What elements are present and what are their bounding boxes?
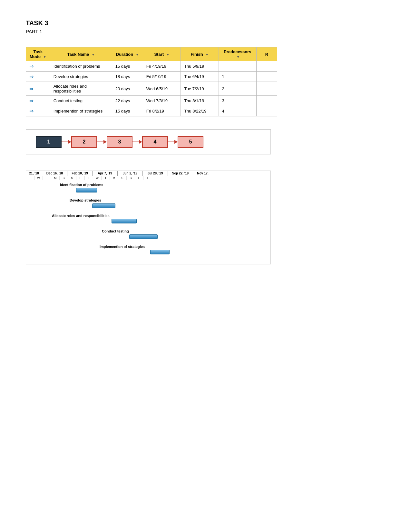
th-duration: Duration ▼: [112, 47, 143, 61]
gantt-day-T2: T: [43, 176, 51, 180]
cell-mode-2: ⇒: [26, 82, 50, 96]
task-mode-icon-3: ⇒: [29, 98, 34, 104]
gantt-day-W2: W: [93, 176, 102, 180]
table-row: ⇒ Identification of problems 15 days Fri…: [26, 61, 277, 72]
cell-duration-2: 20 days: [112, 82, 143, 96]
th-name: Task Name ▼: [50, 47, 112, 61]
cell-pred-4: 4: [219, 106, 256, 116]
table-row: ⇒ Develop strategies 18 days Fri 5/10/19…: [26, 72, 277, 82]
gantt-day-S4: S: [127, 176, 135, 180]
cell-r-2: [256, 82, 277, 96]
gantt-day-M2: M: [110, 176, 118, 180]
cell-start-3: Wed 7/3/19: [143, 96, 181, 106]
gantt-day-S1: S: [60, 176, 68, 180]
cell-duration-4: 15 days: [112, 106, 143, 116]
gantt-bar-2: [92, 203, 115, 208]
cell-mode-0: ⇒: [26, 61, 50, 72]
task-mode-icon-1: ⇒: [29, 74, 34, 80]
th-r: R: [256, 47, 277, 61]
cell-name-1: Develop strategies: [50, 72, 112, 82]
gantt-label-5: Implemention of strategies: [100, 245, 145, 249]
gantt-label-1: Identification of problems: [60, 183, 103, 187]
part-label: PART 1: [26, 29, 385, 34]
cell-finish-3: Thu 8/1/19: [181, 96, 219, 106]
cell-duration-3: 22 days: [112, 96, 143, 106]
cell-r-3: [256, 96, 277, 106]
cell-start-2: Wed 6/5/19: [143, 82, 181, 96]
cell-mode-4: ⇒: [26, 106, 50, 116]
network-box-3: 3: [107, 136, 132, 148]
table-row: ⇒ Allocate roles and responsibilities 20…: [26, 82, 277, 96]
gantt-label-2: Develop strategies: [70, 198, 101, 202]
task-mode-icon-0: ⇒: [29, 63, 34, 69]
cell-duration-1: 18 days: [112, 72, 143, 82]
arrow-3-4: [132, 140, 142, 144]
gantt-chart: 21, '18 Dec 16, '18 Feb 10, '19 Apr 7, '…: [26, 171, 271, 264]
gantt-day-S2: S: [68, 176, 76, 180]
gantt-day-T5: T: [143, 176, 152, 180]
gantt-day-F2: F: [135, 176, 143, 180]
gantt-date-6: Jul 28, '19: [143, 171, 168, 176]
gantt-day-S3: S: [118, 176, 127, 180]
cell-pred-0: [219, 61, 256, 72]
gantt-date-7: Sep 22, '19: [168, 171, 193, 176]
page-title: TASK 3: [26, 19, 385, 27]
network-box-4: 4: [142, 136, 168, 148]
gantt-day-T1: T: [26, 176, 34, 180]
cell-mode-1: ⇒: [26, 72, 50, 82]
th-finish: Finish ▼: [181, 47, 219, 61]
cell-pred-1: 1: [219, 72, 256, 82]
cell-finish-0: Thu 5/9/19: [181, 61, 219, 72]
gantt-date-2: Dec 16, '18: [42, 171, 67, 176]
gantt-label-4: Conduct testing: [102, 229, 129, 233]
table-row: ⇒ Implemention of strategies 15 days Fri…: [26, 106, 277, 116]
th-predecessors: Predecessors ▼: [219, 47, 256, 61]
gantt-date-5: Jun 2, '19: [118, 171, 143, 176]
gantt-day-T3: T: [85, 176, 93, 180]
gantt-date-4: Apr 7, '19: [93, 171, 118, 176]
network-box-2: 2: [71, 136, 97, 148]
network-box-1: 1: [36, 136, 62, 148]
gantt-date-8: Nov 17,: [193, 171, 212, 176]
cell-start-0: Fri 4/19/19: [143, 61, 181, 72]
gantt-day-W: W: [34, 176, 43, 180]
task-mode-icon-2: ⇒: [29, 86, 34, 92]
cell-start-1: Fri 5/10/19: [143, 72, 181, 82]
gantt-bar-5: [150, 250, 170, 254]
gantt-date-3: Feb 10, '19: [67, 171, 93, 176]
task-mode-icon-4: ⇒: [29, 108, 34, 114]
arrow-1-2: [62, 140, 71, 144]
cell-r-1: [256, 72, 277, 82]
gantt-day-F: F: [76, 176, 85, 180]
cell-r-4: [256, 106, 277, 116]
gantt-bar-1: [76, 188, 97, 192]
cell-mode-3: ⇒: [26, 96, 50, 106]
gantt-label-3: Allocate roles and responsibilities: [52, 214, 110, 218]
cell-name-3: Conduct testing: [50, 96, 112, 106]
table-row: ⇒ Conduct testing 22 days Wed 7/3/19 Thu…: [26, 96, 277, 106]
arrow-4-5: [168, 140, 178, 144]
gantt-bar-3: [112, 219, 137, 223]
gantt-today-line: [60, 180, 60, 264]
cell-name-0: Identification of problems: [50, 61, 112, 72]
cell-start-4: Fri 8/2/19: [143, 106, 181, 116]
cell-finish-2: Tue 7/2/19: [181, 82, 219, 96]
task-table: TaskMode ▼ Task Name ▼ Duration ▼ Start …: [26, 47, 277, 116]
cell-name-4: Implemention of strategies: [50, 106, 112, 116]
gantt-day-M1: M: [51, 176, 60, 180]
gantt-date-1: 21, '18: [26, 171, 42, 176]
cell-pred-3: 3: [219, 96, 256, 106]
gantt-bar-4: [129, 234, 158, 239]
cell-finish-1: Tue 6/4/19: [181, 72, 219, 82]
network-boxes: 1 2 3 4 5: [36, 136, 261, 148]
network-box-5: 5: [178, 136, 203, 148]
cell-pred-2: 2: [219, 82, 256, 96]
th-start: Start ▼: [143, 47, 181, 61]
cell-r-0: [256, 61, 277, 72]
arrow-2-3: [97, 140, 107, 144]
th-mode: TaskMode ▼: [26, 47, 50, 61]
cell-finish-4: Thu 8/22/19: [181, 106, 219, 116]
cell-duration-0: 15 days: [112, 61, 143, 72]
gantt-day-T4: T: [102, 176, 110, 180]
cell-name-2: Allocate roles and responsibilities: [50, 82, 112, 96]
